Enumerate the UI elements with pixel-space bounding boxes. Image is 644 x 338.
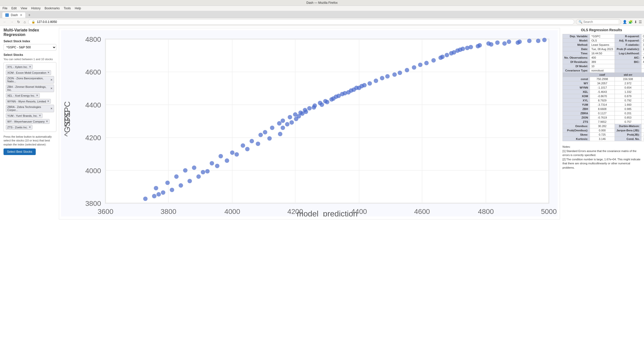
value-empty1 — [641, 64, 644, 68]
svg-text:model_prediction: model_prediction — [297, 209, 358, 216]
value-df-model: 10 — [590, 64, 615, 68]
menu-file[interactable]: File — [3, 7, 7, 10]
ols-footer-omnibus: Omnibus: 30.282 Durbin-Watson: 0.145 — [563, 124, 644, 128]
stock-tag-xom[interactable]: XOM - Exxon Mobil Corporation ✕ — [6, 70, 51, 75]
new-tab-button[interactable]: + — [27, 12, 32, 18]
stock-tag-xel[interactable]: XEL - Xcel Energy Inc. ✕ — [6, 93, 40, 98]
search-icon: 🔍 — [579, 20, 582, 24]
stock-tag-zbra[interactable]: ZBRA - Zebra Technologies Corpor... ✕ — [6, 105, 54, 112]
browser-title: Dash — Mozilla Firefox — [306, 1, 338, 5]
value-prob-omnibus: 0.000 — [590, 128, 615, 133]
search-input[interactable] — [583, 20, 618, 24]
select-best-stocks-button[interactable]: Select Best Stocks — [4, 148, 36, 155]
remove-zion-icon[interactable]: ✕ — [50, 78, 53, 82]
remove-xel-icon[interactable]: ✕ — [36, 94, 38, 97]
coef-col-coef: coef — [590, 73, 615, 77]
browser-title-bar: Dash — Mozilla Firefox — [0, 0, 644, 6]
remove-wynn-icon[interactable]: ✕ — [47, 100, 49, 103]
label-log-likelihood: Log-Likelihood: — [615, 51, 641, 56]
stock-tag-wy[interactable]: WY - Weyerhaeuser Company ✕ — [6, 119, 50, 124]
ols-row-date: Date: Tue, 08 Aug 2023 Prob (F-statistic… — [563, 47, 644, 51]
stock-tag-label-xyl: XYL - Xylem Inc. — [7, 65, 28, 68]
coef-row-xyl: XYL 8.7929 0.792 11.102 0.000 7.236 10.3… — [563, 98, 644, 103]
coef-row-wy: WY 34.2057 2.972 11.508 0.000 28.362 40.… — [563, 81, 644, 86]
menu-bookmarks[interactable]: Bookmarks — [45, 7, 60, 10]
svg-point-50 — [380, 76, 384, 81]
svg-point-16 — [165, 180, 170, 185]
svg-point-80 — [343, 91, 347, 95]
svg-text:3600: 3600 — [98, 207, 113, 215]
stock-tag-zion[interactable]: ZION - Zions Bancorporation, Natio... ✕ — [6, 76, 54, 84]
remove-xyl-icon[interactable]: ✕ — [29, 65, 31, 68]
stock-tag-zts[interactable]: ZTS - Zoetis Inc. ✕ — [6, 125, 32, 130]
coef-t-zts: 10.523 — [641, 120, 644, 124]
remove-xom-icon[interactable]: ✕ — [47, 71, 50, 74]
value-omnibus: 30.282 — [590, 124, 615, 128]
remove-yum-icon[interactable]: ✕ — [39, 114, 41, 117]
value-f-stat: 357.9 — [641, 43, 644, 47]
svg-point-26 — [241, 143, 245, 148]
svg-point-79 — [337, 94, 341, 98]
menu-edit[interactable]: Edit — [11, 7, 17, 10]
coef-val-wy: 34.2057 — [590, 81, 615, 86]
menu-icon[interactable]: ☰ — [639, 20, 642, 24]
coef-row-yum: YUM -3.7314 1.660 -2.248 0.025 -6.995 -0… — [563, 103, 644, 107]
stock-tag-xyl[interactable]: XYL - Xylem Inc. ✕ — [6, 64, 33, 69]
remove-zts-icon[interactable]: ✕ — [29, 126, 31, 129]
stock-tag-label-zts: ZTS - Zoetis Inc. — [7, 126, 28, 129]
svg-text:^GSPC: ^GSPC — [63, 101, 72, 128]
coef-t-yum: -2.248 — [641, 103, 644, 107]
remove-zbra-icon[interactable]: ✕ — [50, 107, 53, 110]
value-prob-f: 2.78e-189 — [641, 47, 644, 51]
value-dw: 0.145 — [641, 124, 644, 128]
svg-point-76 — [320, 102, 324, 107]
svg-point-25 — [230, 151, 235, 155]
menu-view[interactable]: View — [21, 7, 27, 10]
remove-zbh-icon[interactable]: ✕ — [50, 87, 53, 90]
download-icon[interactable]: ⬇ — [634, 20, 637, 24]
home-button[interactable]: ⌂ — [23, 19, 27, 24]
coef-row-xel: XEL -5.4643 1.332 -4.102 0.000 -8.083 -2… — [563, 90, 644, 94]
coef-stderr-xel: 1.332 — [615, 90, 641, 94]
svg-text:3800: 3800 — [160, 207, 176, 215]
coef-val-xom: -0.8670 — [590, 94, 615, 98]
address-bar[interactable]: 🔒 — [28, 19, 574, 25]
svg-point-66 — [502, 41, 507, 46]
coef-val-wynn: -1.1017 — [590, 86, 615, 90]
reload-button[interactable]: ↻ — [16, 19, 21, 24]
menu-history[interactable]: History — [31, 7, 41, 10]
search-bar[interactable]: 🔍 — [576, 19, 621, 25]
ols-title: OLS Regression Results — [562, 28, 640, 32]
remove-wy-icon[interactable]: ✕ — [46, 120, 48, 123]
address-input[interactable] — [37, 20, 571, 24]
main-layout: Multi-Variate Index Regression Select St… — [0, 26, 644, 221]
svg-point-51 — [385, 74, 390, 79]
stock-tag-wynn[interactable]: WYNN - Wynn Resorts, Limited ✕ — [6, 99, 51, 104]
coef-row-zts: ZTS 7.9652 0.757 10.523 0.000 6.477 9.45… — [563, 120, 644, 124]
coef-stderr-wy: 2.972 — [615, 81, 641, 86]
browser-tab-dash[interactable]: Dash ✕ — [2, 12, 26, 18]
svg-point-101 — [461, 47, 465, 51]
back-button[interactable]: ← — [2, 19, 8, 24]
extensions-icon[interactable]: 🧩 — [628, 20, 633, 24]
stock-tag-yum[interactable]: YUM - Yum! Brands, Inc. ✕ — [6, 113, 43, 118]
label-cond-no: Cond. No. — [615, 137, 641, 141]
forward-button[interactable]: → — [9, 19, 15, 24]
stock-tag-zbh[interactable]: ZBH - Zimmer Biomet Holdings, Inc. ✕ — [6, 85, 54, 92]
label-empty2 — [615, 68, 641, 73]
menu-help[interactable]: Help — [75, 7, 81, 10]
stock-index-select[interactable]: ^GSPC - S&P 500 — [4, 44, 56, 51]
ols-results-table: Dep. Variable: ^GSPC R-squared: 0.902 Mo… — [562, 34, 644, 141]
profile-icon[interactable]: 👤 — [623, 20, 627, 24]
menu-tools[interactable]: Tools — [64, 7, 71, 10]
label-prob-f: Prob (F-statistic): — [615, 47, 641, 51]
svg-point-28 — [258, 133, 263, 137]
notes-line1: [1] Standard Errors assume that the cova… — [562, 149, 640, 157]
stock-tag-label-wy: WY - Weyerhaeuser Company — [7, 120, 45, 123]
value-date: Tue, 08 Aug 2023 — [590, 47, 615, 51]
tab-label: Dash — [11, 13, 18, 17]
tab-close-icon[interactable]: ✕ — [20, 13, 22, 17]
value-dep-var: ^GSPC — [590, 34, 615, 39]
stock-tags-container[interactable]: XYL - Xylem Inc. ✕ XOM - Exxon Mobil Cor… — [4, 62, 56, 132]
svg-point-84 — [278, 132, 283, 136]
